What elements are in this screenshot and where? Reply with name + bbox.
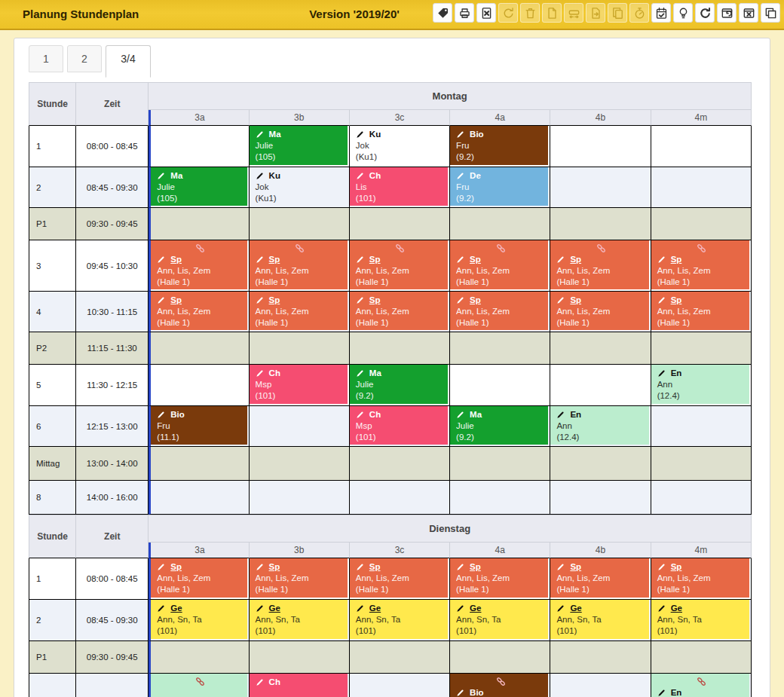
tag-icon[interactable] xyxy=(433,3,452,23)
empty-slot-cell[interactable] xyxy=(350,674,450,697)
empty-slot-cell[interactable] xyxy=(350,332,450,365)
lesson-cell[interactable]: ChLis(101) xyxy=(350,167,450,208)
empty-slot-cell[interactable] xyxy=(450,332,550,365)
empty-slot-cell[interactable] xyxy=(550,167,651,208)
lesson-cell[interactable]: SpAnn, Lis, Zem(Halle 1) xyxy=(550,240,651,292)
empty-slot-cell[interactable] xyxy=(550,481,651,515)
print-icon[interactable] xyxy=(455,3,474,23)
empty-slot-cell[interactable] xyxy=(651,447,752,481)
lesson-cell[interactable]: GeAnn, Sn, Ta(101) xyxy=(550,600,651,641)
empty-slot-cell[interactable] xyxy=(350,641,450,674)
lesson-cell[interactable]: SpAnn, Lis, Zem(Halle 1) xyxy=(149,292,249,332)
lesson-cell[interactable]: EnAnn(12.4) xyxy=(550,406,651,447)
lesson-cell[interactable]: Bio xyxy=(450,674,550,697)
lesson-cell[interactable]: SpAnn, Lis, Zem(Halle 1) xyxy=(450,240,550,292)
empty-slot-cell[interactable] xyxy=(149,332,249,365)
calendar-check-icon[interactable] xyxy=(651,3,671,23)
empty-slot-cell[interactable] xyxy=(149,481,249,515)
lesson-cell[interactable]: MaJulie(105) xyxy=(250,126,350,167)
lesson-cell[interactable] xyxy=(149,674,249,697)
lesson-cell[interactable]: ChMsp(101) xyxy=(250,365,350,406)
empty-slot-cell[interactable] xyxy=(651,126,752,167)
empty-slot-cell[interactable] xyxy=(550,208,651,240)
empty-slot-cell[interactable] xyxy=(350,481,450,515)
empty-slot-cell[interactable] xyxy=(450,365,550,406)
tab-2[interactable]: 2 xyxy=(67,45,102,72)
timetable-row: 612:15 - 13:00BioFru(11.1)ChMsp(101)MaJu… xyxy=(29,406,752,447)
subject-label: Ch xyxy=(369,170,381,182)
lesson-cell[interactable]: SpAnn, Lis, Zem(Halle 1) xyxy=(350,240,450,292)
duplicate-icon[interactable] xyxy=(761,3,780,23)
lesson-cell[interactable]: SpAnn, Lis, Zem(Halle 1) xyxy=(250,292,350,332)
lesson-cell[interactable]: SpAnn, Lis, Zem(Halle 1) xyxy=(149,240,249,292)
empty-slot-cell[interactable] xyxy=(350,447,450,481)
lesson-cell[interactable]: KuJok(Ku1) xyxy=(250,167,350,208)
lesson-cell[interactable]: MaJulie(9.2) xyxy=(450,406,550,447)
lesson-cell[interactable]: MaJulie(9.2) xyxy=(350,365,450,406)
empty-slot-cell[interactable] xyxy=(651,332,752,365)
lesson-cell[interactable]: SpAnn, Lis, Zem(Halle 1) xyxy=(250,240,350,292)
empty-slot-cell[interactable] xyxy=(149,447,249,481)
empty-slot-cell[interactable] xyxy=(450,447,550,481)
empty-slot-cell[interactable] xyxy=(651,208,752,240)
empty-slot-cell[interactable] xyxy=(550,674,651,697)
empty-slot-cell[interactable] xyxy=(651,641,752,674)
empty-slot-cell[interactable] xyxy=(350,208,450,240)
restore-window-icon[interactable] xyxy=(717,3,737,23)
lesson-cell[interactable]: GeAnn, Sn, Ta(101) xyxy=(651,600,752,641)
lesson-cell[interactable]: SpAnn, Lis, Zem(Halle 1) xyxy=(651,558,752,600)
close-window-icon[interactable] xyxy=(739,3,758,23)
lesson-cell[interactable]: MaJulie(105) xyxy=(149,167,249,208)
lesson-cell[interactable]: BioFru(11.1) xyxy=(149,406,249,447)
empty-slot-cell[interactable] xyxy=(450,641,550,674)
lesson-cell[interactable]: SpAnn, Lis, Zem(Halle 1) xyxy=(149,558,249,600)
empty-slot-cell[interactable] xyxy=(250,447,350,481)
empty-slot-cell[interactable] xyxy=(149,208,249,240)
empty-slot-cell[interactable] xyxy=(149,365,249,406)
lesson-cell[interactable]: GeAnn, Sn, Ta(101) xyxy=(450,600,550,641)
reload-icon[interactable] xyxy=(695,3,715,23)
empty-slot-cell[interactable] xyxy=(250,641,350,674)
lesson-cell[interactable]: Ch xyxy=(250,674,350,697)
empty-slot-cell[interactable] xyxy=(250,481,350,515)
lesson-cell[interactable]: GeAnn, Sn, Ta(101) xyxy=(149,600,249,641)
empty-slot-cell[interactable] xyxy=(651,167,752,208)
lesson-cell[interactable]: BioFru(9.2) xyxy=(450,126,550,167)
lesson-cell[interactable]: EnAnn(12.4) xyxy=(651,365,752,406)
lesson-cell[interactable]: SpAnn, Lis, Zem(Halle 1) xyxy=(550,292,651,332)
lesson-cell[interactable]: SpAnn, Lis, Zem(Halle 1) xyxy=(550,558,651,600)
subject-label: Ch xyxy=(269,368,280,379)
lesson-cell[interactable]: SpAnn, Lis, Zem(Halle 1) xyxy=(450,292,550,332)
lesson-cell[interactable]: GeAnn, Sn, Ta(101) xyxy=(250,600,350,641)
lesson-cell[interactable]: En xyxy=(651,674,752,697)
empty-slot-cell[interactable] xyxy=(250,208,350,240)
empty-slot-cell[interactable] xyxy=(250,332,350,365)
lesson-cell[interactable]: SpAnn, Lis, Zem(Halle 1) xyxy=(350,292,450,332)
lesson-cell[interactable]: SpAnn, Lis, Zem(Halle 1) xyxy=(350,558,450,600)
lesson-cell[interactable]: SpAnn, Lis, Zem(Halle 1) xyxy=(651,292,752,332)
lesson-cell[interactable]: SpAnn, Lis, Zem(Halle 1) xyxy=(651,240,752,292)
lesson-cell[interactable]: GeAnn, Sn, Ta(101) xyxy=(350,600,450,641)
lesson-cell[interactable]: SpAnn, Lis, Zem(Halle 1) xyxy=(250,558,350,600)
hint-bulb-icon[interactable] xyxy=(673,3,693,23)
empty-slot-cell[interactable] xyxy=(450,481,550,515)
tab-1[interactable]: 1 xyxy=(29,45,63,72)
lesson-cell[interactable]: SpAnn, Lis, Zem(Halle 1) xyxy=(450,558,550,600)
empty-slot-cell[interactable] xyxy=(651,406,752,447)
empty-slot-cell[interactable] xyxy=(651,481,752,515)
empty-slot-cell[interactable] xyxy=(149,126,249,167)
subject-label: Ge xyxy=(570,603,581,614)
empty-slot-cell[interactable] xyxy=(250,406,350,447)
empty-slot-cell[interactable] xyxy=(550,332,651,365)
empty-slot-cell[interactable] xyxy=(550,126,651,167)
erase-entry-icon[interactable] xyxy=(476,3,496,23)
lesson-cell[interactable]: ChMsp(101) xyxy=(350,406,450,447)
empty-slot-cell[interactable] xyxy=(550,365,651,406)
empty-slot-cell[interactable] xyxy=(550,641,651,674)
empty-slot-cell[interactable] xyxy=(550,447,651,481)
empty-slot-cell[interactable] xyxy=(450,208,550,240)
empty-slot-cell[interactable] xyxy=(149,641,249,674)
lesson-cell[interactable]: DeFru(9.2) xyxy=(450,167,550,208)
lesson-cell[interactable]: KuJok(Ku1) xyxy=(350,126,450,167)
tab-3-4[interactable]: 3/4 xyxy=(106,45,151,78)
